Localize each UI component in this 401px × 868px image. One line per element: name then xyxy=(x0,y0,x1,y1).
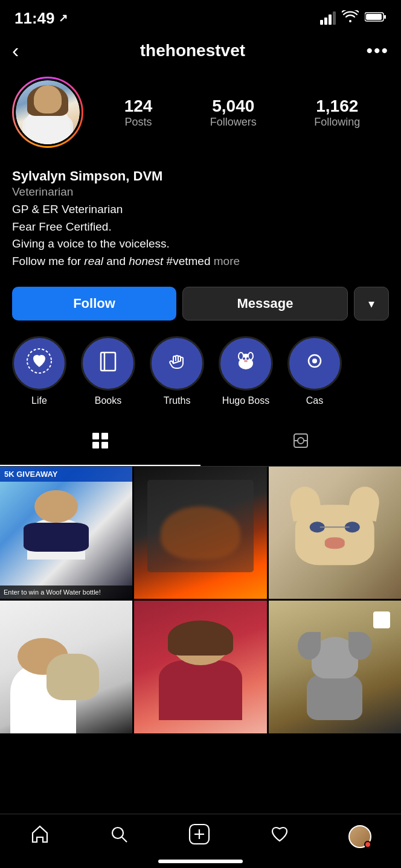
profile-header: 124 Posts 5,040 Followers 1,162 Followin… xyxy=(12,77,389,148)
bio-line1: GP & ER Veterinarian xyxy=(12,203,123,215)
following-stat[interactable]: 1,162 Following xyxy=(314,97,360,129)
add-icon xyxy=(188,823,211,850)
bio-category: Veterinarian xyxy=(12,185,389,199)
svg-point-12 xyxy=(243,357,245,360)
more-options-button[interactable]: ••• xyxy=(366,40,389,61)
highlight-truths[interactable]: Truths xyxy=(150,336,204,406)
home-indicator xyxy=(158,860,243,863)
heart-icon xyxy=(269,824,290,849)
svg-point-11 xyxy=(249,353,252,359)
highlights-section: Life Books xyxy=(0,330,401,416)
profile-section: 124 Posts 5,040 Followers 1,162 Followin… xyxy=(0,71,401,168)
svg-rect-19 xyxy=(92,442,99,448)
highlight-life[interactable]: Life xyxy=(12,336,66,406)
post-3[interactable] xyxy=(269,467,401,599)
wifi-icon xyxy=(342,10,359,26)
bio-section: Sylvalyn Simpson, DVM Veterinarian GP & … xyxy=(0,168,401,279)
username-heading: thehonestvet xyxy=(140,41,245,60)
highlight-circle-cas xyxy=(287,336,342,391)
posts-label: Posts xyxy=(125,116,152,129)
search-icon xyxy=(109,824,129,849)
notification-dot xyxy=(364,841,371,848)
svg-point-10 xyxy=(239,353,243,359)
time-display: 11:49 xyxy=(14,9,55,28)
bio-text: GP & ER Veterinarian Fear Free Certified… xyxy=(12,201,389,270)
bio-line3: Giving a voice to the voiceless. xyxy=(12,237,170,250)
post-2[interactable] xyxy=(134,467,266,599)
posts-grid: 5K GIVEAWAY Enter to win a Woof Water bo… xyxy=(0,467,401,733)
status-bar: 11:49 ↗ xyxy=(0,0,401,33)
nav-avatar xyxy=(348,825,371,848)
stats-container: 124 Posts 5,040 Followers 1,162 Followin… xyxy=(95,97,389,129)
svg-point-16 xyxy=(312,359,317,363)
svg-point-14 xyxy=(244,360,248,362)
svg-point-13 xyxy=(246,357,249,360)
svg-line-26 xyxy=(122,837,127,842)
nav-search[interactable] xyxy=(109,824,129,849)
highlight-books[interactable]: Books xyxy=(81,336,135,406)
grid-tab-icon xyxy=(91,432,109,454)
highlight-label-truths: Truths xyxy=(164,395,191,406)
highlight-label-hugo-boss: Hugo Boss xyxy=(222,395,269,406)
avatar-ring xyxy=(12,77,83,148)
battery-icon xyxy=(365,11,387,25)
status-icons xyxy=(320,10,387,26)
tab-tagged[interactable] xyxy=(200,421,401,466)
giveaway-text: Enter to win a Woof Water bottle! xyxy=(0,586,132,599)
nav-add[interactable] xyxy=(188,823,211,850)
message-button[interactable]: Message xyxy=(182,287,348,321)
following-count: 1,162 xyxy=(316,97,358,116)
nav-activity[interactable] xyxy=(269,824,290,849)
top-nav: ‹ thehonestvet ••• xyxy=(0,33,401,71)
action-buttons: Follow Message ▾ xyxy=(0,279,401,330)
highlights-row: Life Books xyxy=(0,336,401,406)
svg-point-22 xyxy=(298,438,304,444)
dog-icon xyxy=(233,348,259,380)
highlight-label-books: Books xyxy=(95,395,121,406)
highlight-label-cas: Cas xyxy=(306,395,323,406)
posts-count: 124 xyxy=(124,97,153,116)
svg-rect-20 xyxy=(101,442,108,448)
posts-stat[interactable]: 124 Posts xyxy=(124,97,153,129)
tabs-section xyxy=(0,421,401,467)
highlight-hugo-boss[interactable]: Hugo Boss xyxy=(219,336,273,406)
follow-button[interactable]: Follow xyxy=(12,287,176,321)
highlight-circle-life xyxy=(12,336,66,391)
svg-rect-17 xyxy=(92,433,99,439)
cas-icon xyxy=(301,348,328,380)
home-icon xyxy=(30,824,50,849)
bio-more-link[interactable]: more xyxy=(214,255,240,267)
back-button[interactable]: ‹ xyxy=(12,39,19,62)
bio-line2: Fear Free Certified. xyxy=(12,220,112,233)
post-4[interactable] xyxy=(0,601,132,733)
svg-rect-4 xyxy=(101,353,115,371)
nav-home[interactable] xyxy=(30,824,50,849)
avatar-image xyxy=(16,80,80,144)
post-5[interactable] xyxy=(134,601,266,733)
svg-rect-1 xyxy=(384,15,386,19)
highlight-circle-truths xyxy=(150,336,204,391)
svg-rect-2 xyxy=(366,14,382,20)
followers-label: Followers xyxy=(210,116,257,129)
tagged-tab-icon xyxy=(292,432,310,454)
highlight-cas[interactable]: Cas xyxy=(287,336,342,406)
status-time: 11:49 ↗ xyxy=(14,9,68,28)
bio-line4: Follow me for real and honest #vetmed mo… xyxy=(12,255,240,267)
svg-rect-18 xyxy=(101,433,108,439)
followers-stat[interactable]: 5,040 Followers xyxy=(210,97,257,129)
heart-icon xyxy=(26,348,53,380)
post-1[interactable]: 5K GIVEAWAY Enter to win a Woof Water bo… xyxy=(0,467,132,599)
followers-count: 5,040 xyxy=(212,97,254,116)
tab-grid[interactable] xyxy=(0,421,200,466)
post-6[interactable]: ▶ xyxy=(269,601,401,733)
dropdown-button[interactable]: ▾ xyxy=(354,287,389,321)
location-icon: ↗ xyxy=(59,11,68,25)
video-badge: ▶ xyxy=(373,611,390,628)
nav-profile[interactable] xyxy=(348,825,371,848)
avatar[interactable] xyxy=(12,77,83,148)
signal-icon xyxy=(320,11,336,25)
book-icon xyxy=(95,348,121,380)
svg-point-25 xyxy=(112,828,123,838)
highlight-label-life: Life xyxy=(31,395,47,406)
bio-name: Sylvalyn Simpson, DVM xyxy=(12,168,389,184)
